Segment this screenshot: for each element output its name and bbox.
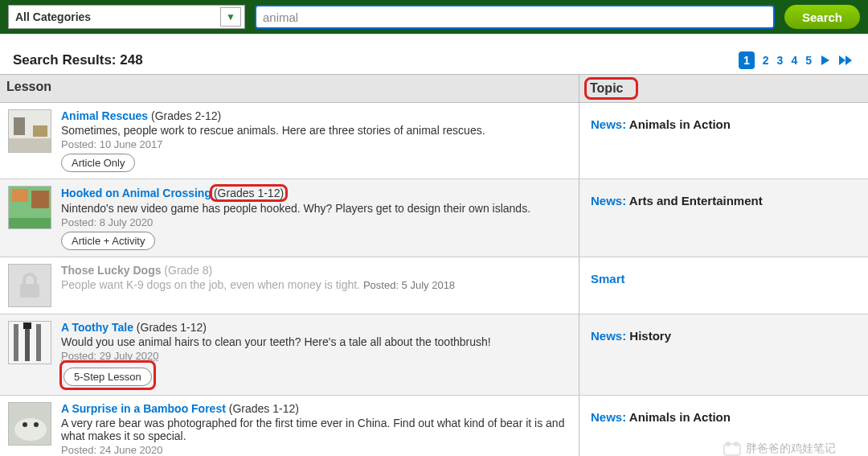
lesson-body: Animal Rescues (Grades 2-12)Sometimes, p… xyxy=(61,109,572,172)
table-row: Animal Rescues (Grades 2-12)Sometimes, p… xyxy=(0,103,868,179)
lesson-grades: (Grade 8) xyxy=(161,264,212,277)
lesson-body: A Surprise in a Bamboo Forest (Grades 1-… xyxy=(61,402,572,456)
svg-rect-4 xyxy=(9,138,51,153)
page-link-4[interactable]: 4 xyxy=(791,54,797,67)
lesson-title-link[interactable]: A Surprise in a Bamboo Forest xyxy=(61,402,226,415)
pagination: 1 2 3 4 5 xyxy=(739,51,855,69)
svg-marker-0 xyxy=(821,55,829,65)
svg-rect-5 xyxy=(14,117,25,135)
lesson-title-link[interactable]: A Toothy Tale xyxy=(61,321,133,334)
svg-point-20 xyxy=(34,422,39,427)
topic-name[interactable]: Animals in Action xyxy=(629,117,731,131)
topic-cell: Smart xyxy=(579,257,868,314)
svg-rect-16 xyxy=(23,322,31,329)
lesson-cell: A Surprise in a Bamboo Forest (Grades 1-… xyxy=(0,396,579,456)
results-count: Search Results: 248 xyxy=(13,52,143,68)
lesson-description: Nintendo's new video game has people hoo… xyxy=(61,202,572,215)
lesson-badge: 5-Step Lesson xyxy=(63,368,152,386)
chevron-down-icon[interactable]: ▼ xyxy=(220,7,241,27)
lock-icon xyxy=(14,269,46,302)
svg-rect-13 xyxy=(14,324,18,361)
svg-rect-11 xyxy=(20,284,39,298)
topic-cell: News: Arts and Entertainment xyxy=(579,179,868,257)
lesson-description: Would you use animal hairs to clean your… xyxy=(61,335,572,348)
topic-prefix[interactable]: News: xyxy=(591,329,629,343)
results-bar: Search Results: 248 1 2 3 4 5 xyxy=(0,34,868,74)
lesson-body: A Toothy Tale (Grades 1-12)Would you use… xyxy=(61,321,572,388)
table-row: Hooked on Animal Crossing (Grades 1-12)N… xyxy=(0,179,868,257)
svg-rect-15 xyxy=(36,324,41,361)
topic-prefix[interactable]: News: xyxy=(591,194,629,207)
lesson-grades: (Grades 1-12) xyxy=(214,187,284,199)
lesson-grades: (Grades 2-12) xyxy=(148,109,221,122)
column-header-lesson: Lesson xyxy=(0,75,579,102)
thumbnail[interactable] xyxy=(8,321,51,364)
topic-name[interactable]: Animals in Action xyxy=(629,410,731,424)
topic-name[interactable]: Smart xyxy=(591,272,625,286)
column-header-topic: Topic xyxy=(579,75,868,102)
lesson-title-link[interactable]: Hooked on Animal Crossing xyxy=(61,187,211,199)
lesson-description: People want K-9 dogs on the job, even wh… xyxy=(61,278,572,291)
page-current[interactable]: 1 xyxy=(739,51,755,69)
table-row: A Surprise in a Bamboo Forest (Grades 1-… xyxy=(0,396,868,456)
topic-cell: News: Animals in Action xyxy=(579,396,868,456)
page-last-icon[interactable] xyxy=(839,55,855,66)
category-label: All Categories xyxy=(15,10,91,23)
lesson-grades: (Grades 1-12) xyxy=(133,321,207,334)
lesson-body: Those Lucky Dogs (Grade 8)People want K-… xyxy=(61,264,572,307)
page-link-3[interactable]: 3 xyxy=(777,54,784,67)
lesson-body: Hooked on Animal Crossing (Grades 1-12)N… xyxy=(61,186,572,250)
lesson-cell: Hooked on Animal Crossing (Grades 1-12)N… xyxy=(0,179,579,257)
thumbnail-locked xyxy=(8,264,51,307)
lesson-cell: Those Lucky Dogs (Grade 8)People want K-… xyxy=(0,257,579,314)
svg-marker-1 xyxy=(839,55,845,65)
svg-point-18 xyxy=(14,418,47,441)
thumbnail[interactable] xyxy=(8,402,51,446)
topic-prefix[interactable]: News: xyxy=(591,117,629,131)
table-row: A Toothy Tale (Grades 1-12)Would you use… xyxy=(0,314,868,396)
lesson-badge: Article + Activity xyxy=(61,232,155,250)
column-header-topic-label: Topic xyxy=(584,77,638,100)
lesson-title-link[interactable]: Animal Rescues xyxy=(61,109,148,122)
page-next-icon[interactable] xyxy=(820,55,831,66)
top-bar: All Categories ▼ Search xyxy=(0,0,868,34)
lesson-title-link: Those Lucky Dogs xyxy=(61,264,161,277)
svg-rect-8 xyxy=(12,189,28,202)
page-link-5[interactable]: 5 xyxy=(805,54,812,67)
svg-point-19 xyxy=(23,422,27,427)
table-header-row: Lesson Topic xyxy=(0,74,868,103)
topic-cell: News: Animals in Action xyxy=(579,103,868,179)
category-select[interactable]: All Categories ▼ xyxy=(8,5,245,29)
search-input[interactable] xyxy=(255,5,775,29)
lesson-cell: A Toothy Tale (Grades 1-12)Would you use… xyxy=(0,314,579,395)
lesson-posted: Posted: 10 June 2017 xyxy=(61,138,572,150)
svg-rect-9 xyxy=(31,191,49,208)
svg-rect-6 xyxy=(33,125,47,137)
lesson-posted: Posted: 8 July 2020 xyxy=(61,216,572,228)
lesson-badge: Article Only xyxy=(61,154,135,172)
lesson-posted: Posted: 5 July 2018 xyxy=(363,279,455,291)
topic-name[interactable]: History xyxy=(629,329,671,343)
table-row: Those Lucky Dogs (Grade 8)People want K-… xyxy=(0,257,868,314)
svg-rect-10 xyxy=(9,218,51,229)
thumbnail[interactable] xyxy=(8,186,51,229)
thumbnail[interactable] xyxy=(8,109,51,153)
page-link-2[interactable]: 2 xyxy=(763,54,769,67)
lesson-description: Sometimes, people work to rescue animals… xyxy=(61,124,572,137)
search-button[interactable]: Search xyxy=(784,5,860,29)
topic-prefix[interactable]: News: xyxy=(591,410,629,424)
topic-cell: News: History xyxy=(579,314,868,395)
lesson-cell: Animal Rescues (Grades 2-12)Sometimes, p… xyxy=(0,103,579,179)
svg-rect-14 xyxy=(25,324,30,361)
lesson-grades: (Grades 1-12) xyxy=(226,402,299,415)
lesson-description: A very rare bear was photographed for th… xyxy=(61,417,572,442)
topic-name[interactable]: Arts and Entertainment xyxy=(629,194,763,207)
lesson-posted: Posted: 24 June 2020 xyxy=(61,444,572,456)
svg-marker-2 xyxy=(845,55,852,65)
